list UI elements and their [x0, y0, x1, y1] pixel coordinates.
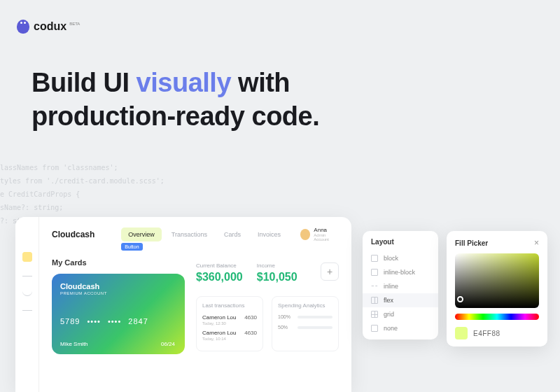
tab-invoices[interactable]: Invoices: [251, 227, 288, 241]
layout-option-label: flex: [384, 297, 393, 304]
sidebar-item-more[interactable]: [22, 310, 32, 311]
layout-option-label: inline: [384, 283, 398, 290]
none-icon: [371, 325, 378, 332]
tx-amount: 4630: [244, 314, 257, 326]
tx-amount: 4630: [244, 330, 257, 341]
inline-block-icon: [371, 269, 378, 276]
layout-panel: Layout block inline-block inline flex gr…: [363, 231, 438, 340]
logo-text: codux: [34, 20, 66, 33]
fill-picker-header: Fill Picker ×: [455, 238, 539, 248]
fill-picker-title: Fill Picker: [455, 239, 488, 247]
app-brand: Cloudcash: [52, 230, 94, 239]
topbar: Cloudcash Overview Button Transactions C…: [52, 227, 339, 241]
layout-option-none[interactable]: none: [363, 321, 438, 335]
balance-col: Current Balance $360,000: [196, 262, 243, 284]
card-title: Cloudcash: [60, 282, 176, 290]
color-swatch: [455, 327, 468, 340]
bar-row: 50%: [278, 325, 332, 330]
analytics-panel: Spending Analytics 100% 50%: [272, 296, 339, 351]
user-subtitle: Admin Account: [314, 233, 339, 241]
layout-option-label: block: [384, 255, 398, 262]
tabs: Overview Button Transactions Cards Invoi…: [121, 227, 288, 241]
mycards-label: My Cards: [52, 258, 185, 267]
balance-value: $360,000: [196, 271, 243, 284]
card-holder: Mike Smith: [60, 341, 88, 347]
tab-badge: Button: [121, 243, 142, 251]
layout-option-flex[interactable]: flex: [363, 293, 438, 307]
layout-panel-title: Layout: [363, 238, 438, 251]
tab-cards[interactable]: Cards: [217, 227, 248, 241]
logo-beta-badge: BETA: [69, 22, 80, 26]
balance-label: Current Balance: [196, 262, 243, 269]
logo-icon: [17, 20, 29, 34]
layout-option-label: inline-block: [384, 269, 415, 276]
hero-headline: Build UI visually with production-ready …: [31, 66, 319, 133]
color-cursor[interactable]: [457, 296, 463, 302]
grid-icon: [371, 311, 378, 318]
bar: [298, 316, 332, 318]
swatch-row: E4FF88: [455, 327, 539, 340]
sidebar: [15, 217, 39, 392]
card-num-g4: 2847: [128, 317, 148, 326]
bar-label: 100%: [278, 314, 293, 319]
sidebar-item-cards[interactable]: [22, 252, 32, 262]
avatar: [300, 229, 310, 240]
tx-name: Cameron Lou: [202, 314, 236, 321]
tab-label: Overview: [128, 231, 155, 238]
fill-picker-panel: Fill Picker × E4FF88: [447, 231, 547, 346]
user-menu[interactable]: Anna Admin Account: [300, 227, 339, 241]
bar-row: 100%: [278, 314, 332, 319]
tx-date: Today, 12:30: [202, 321, 236, 326]
close-icon[interactable]: ×: [534, 238, 539, 248]
layout-option-label: grid: [384, 311, 394, 318]
saturation-lightness-picker[interactable]: [455, 253, 539, 308]
income-value: $10,050: [257, 271, 298, 284]
dashboard-content: My Cards Cloudcash PREMIUM ACCOUNT 5789 …: [52, 258, 339, 354]
layout-option-grid[interactable]: grid: [363, 307, 438, 321]
card-num-g2: ••••: [87, 317, 100, 326]
flex-icon: [371, 297, 378, 304]
dashboard-main: Cloudcash Overview Button Transactions C…: [39, 217, 351, 392]
credit-card[interactable]: Cloudcash PREMIUM ACCOUNT 5789 •••• ••••…: [52, 274, 185, 354]
user-name: Anna: [314, 227, 339, 233]
transactions-panel: Last transactions Cameron Lou Today, 12:…: [196, 296, 263, 351]
card-num-g1: 5789: [60, 317, 80, 326]
tx-date: Today, 10:14: [202, 337, 236, 341]
cards-column: My Cards Cloudcash PREMIUM ACCOUNT 5789 …: [52, 258, 185, 354]
hue-slider[interactable]: [455, 314, 539, 320]
sidebar-item-analytics[interactable]: [22, 290, 32, 296]
add-button[interactable]: +: [321, 262, 339, 281]
income-label: Income: [257, 262, 298, 269]
tab-transactions[interactable]: Transactions: [164, 227, 214, 241]
panels-row: Last transactions Cameron Lou Today, 12:…: [196, 296, 339, 351]
balance-row: Current Balance $360,000 Income $10,050 …: [196, 262, 339, 284]
hero-highlight: visually: [136, 68, 231, 97]
panel-title: Last transactions: [202, 302, 257, 309]
dashboard-window: Cloudcash Overview Button Transactions C…: [15, 217, 351, 392]
transaction-row[interactable]: Cameron Lou Today, 10:14 4630: [202, 330, 257, 341]
layout-option-inline-block[interactable]: inline-block: [363, 265, 438, 279]
bars: 100% 50%: [278, 314, 332, 330]
sidebar-item-divider[interactable]: [22, 276, 32, 276]
layout-option-label: none: [384, 325, 398, 332]
hex-value[interactable]: E4FF88: [473, 330, 500, 337]
hero-pre: Build UI: [31, 68, 136, 97]
tx-name: Cameron Lou: [202, 330, 236, 336]
layout-option-block[interactable]: block: [363, 251, 438, 265]
card-subtitle: PREMIUM ACCOUNT: [60, 291, 176, 295]
panel-title: Spending Analytics: [278, 302, 332, 309]
stats-column: Current Balance $360,000 Income $10,050 …: [196, 258, 339, 354]
card-expiry: 06/24: [161, 341, 175, 347]
bar-label: 50%: [278, 325, 293, 330]
card-num-g3: ••••: [108, 317, 121, 326]
layout-option-inline[interactable]: inline: [363, 279, 438, 293]
logo: codux BETA: [17, 20, 80, 34]
card-number: 5789 •••• •••• 2847: [60, 317, 148, 326]
inline-icon: [371, 286, 378, 287]
tab-overview[interactable]: Overview Button: [121, 227, 162, 241]
transaction-row[interactable]: Cameron Lou Today, 12:30 4630: [202, 314, 257, 326]
income-col: Income $10,050: [257, 262, 298, 284]
user-meta: Anna Admin Account: [314, 227, 339, 241]
bar: [298, 326, 332, 329]
block-icon: [371, 255, 378, 262]
